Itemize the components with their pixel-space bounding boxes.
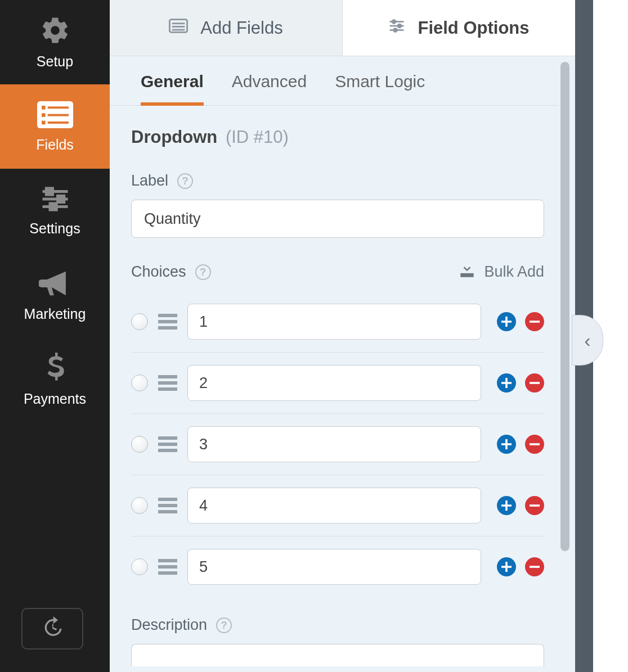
svg-rect-2 bbox=[47, 106, 68, 109]
choice-default-radio[interactable] bbox=[131, 436, 148, 453]
svg-rect-25 bbox=[530, 443, 540, 445]
choice-input[interactable] bbox=[187, 365, 481, 401]
description-input[interactable] bbox=[131, 644, 544, 666]
field-id: (ID #10) bbox=[226, 127, 289, 147]
choice-input[interactable] bbox=[187, 488, 481, 524]
sidebar-item-label: Marketing bbox=[24, 306, 86, 322]
remove-choice-button[interactable] bbox=[525, 435, 544, 454]
add-choice-button[interactable] bbox=[497, 557, 516, 576]
svg-rect-6 bbox=[47, 121, 68, 124]
scrollbar[interactable] bbox=[560, 62, 569, 551]
subtabs: General Advanced Smart Logic bbox=[110, 56, 558, 106]
sidebar-item-label: Settings bbox=[29, 220, 80, 237]
choice-row bbox=[131, 353, 544, 414]
tab-label: Field Options bbox=[418, 18, 529, 38]
choices-list bbox=[131, 291, 544, 597]
drag-handle-icon[interactable] bbox=[158, 436, 177, 452]
remove-choice-button[interactable] bbox=[525, 557, 544, 576]
field-panel: Dropdown (ID #10) Label ? Choices bbox=[110, 106, 575, 672]
label-input[interactable] bbox=[131, 200, 544, 238]
add-choice-button[interactable] bbox=[497, 435, 516, 454]
remove-choice-button[interactable] bbox=[525, 373, 544, 393]
choice-input[interactable] bbox=[187, 304, 481, 340]
sidebar-item-label: Setup bbox=[37, 53, 73, 70]
svg-rect-4 bbox=[47, 114, 68, 116]
svg-point-20 bbox=[398, 24, 401, 28]
tab-field-options[interactable]: Field Options bbox=[343, 0, 575, 56]
choice-row bbox=[131, 475, 544, 536]
gear-icon bbox=[40, 15, 70, 48]
remove-choice-button[interactable] bbox=[525, 312, 544, 331]
svg-point-18 bbox=[392, 20, 396, 23]
choice-default-radio[interactable] bbox=[131, 375, 148, 391]
sidebar-item-label: Payments bbox=[24, 391, 86, 407]
panel-title: Dropdown (ID #10) bbox=[131, 127, 544, 147]
main-panel: Add Fields Field Options General Advance… bbox=[110, 0, 628, 672]
svg-rect-27 bbox=[530, 566, 540, 568]
dollar-icon bbox=[46, 353, 65, 385]
svg-rect-26 bbox=[530, 504, 540, 507]
bulk-add-button[interactable]: Bulk Add bbox=[459, 263, 544, 281]
download-icon bbox=[459, 263, 475, 281]
add-choice-button[interactable] bbox=[497, 312, 516, 331]
svg-rect-1 bbox=[42, 106, 46, 110]
help-icon[interactable]: ? bbox=[177, 173, 193, 189]
description-heading: Description ? bbox=[131, 616, 232, 634]
subtab-smart-logic[interactable]: Smart Logic bbox=[335, 72, 425, 105]
subtab-general[interactable]: General bbox=[141, 72, 204, 106]
group-label: Label ? bbox=[131, 172, 544, 238]
tab-add-fields[interactable]: Add Fields bbox=[110, 0, 343, 56]
sidebar-item-fields[interactable]: Fields bbox=[0, 84, 110, 169]
help-icon[interactable]: ? bbox=[195, 264, 211, 280]
svg-rect-23 bbox=[530, 321, 540, 323]
label-heading: Label ? bbox=[131, 172, 193, 190]
bulk-add-label: Bulk Add bbox=[484, 263, 544, 281]
drag-handle-icon[interactable] bbox=[158, 375, 177, 391]
sidebar-item-payments[interactable]: Payments bbox=[0, 337, 110, 422]
svg-rect-24 bbox=[530, 382, 540, 384]
choice-input[interactable] bbox=[187, 426, 481, 462]
choice-input[interactable] bbox=[187, 549, 481, 585]
choice-row bbox=[131, 414, 544, 475]
sidebar-item-marketing[interactable]: Marketing bbox=[0, 253, 110, 337]
choices-heading: Choices ? bbox=[131, 263, 211, 281]
subtab-advanced[interactable]: Advanced bbox=[232, 72, 307, 105]
fields-list-icon bbox=[169, 18, 188, 38]
undo-history-icon bbox=[41, 616, 64, 641]
svg-rect-3 bbox=[42, 113, 46, 117]
remove-choice-button[interactable] bbox=[525, 496, 544, 515]
svg-rect-5 bbox=[42, 120, 46, 124]
svg-point-22 bbox=[394, 28, 397, 31]
sliders-icon bbox=[40, 186, 70, 215]
group-description: Description ? bbox=[131, 616, 544, 666]
add-choice-button[interactable] bbox=[497, 373, 516, 393]
help-icon[interactable]: ? bbox=[216, 617, 232, 633]
chevron-left-icon: ‹ bbox=[584, 330, 590, 351]
field-type: Dropdown bbox=[131, 127, 217, 147]
svg-rect-12 bbox=[50, 203, 56, 209]
content-wrap: General Advanced Smart Logic Dropdown (I… bbox=[110, 56, 575, 672]
sidebar-item-label: Fields bbox=[36, 137, 74, 153]
drag-handle-icon[interactable] bbox=[158, 314, 177, 330]
drag-handle-icon[interactable] bbox=[158, 498, 177, 513]
choice-default-radio[interactable] bbox=[131, 313, 148, 330]
svg-rect-8 bbox=[46, 188, 52, 194]
choice-default-radio[interactable] bbox=[131, 497, 148, 514]
choice-row bbox=[131, 536, 544, 597]
svg-rect-10 bbox=[57, 196, 64, 202]
sidebar-item-setup[interactable]: Setup bbox=[0, 0, 110, 84]
fields-icon bbox=[37, 101, 73, 131]
undo-button[interactable] bbox=[21, 608, 83, 650]
choice-default-radio[interactable] bbox=[131, 558, 148, 575]
top-tabbar: Add Fields Field Options bbox=[110, 0, 575, 56]
sidebar-item-settings[interactable]: Settings bbox=[0, 169, 110, 253]
megaphone-icon bbox=[39, 269, 71, 300]
options-sliders-icon bbox=[388, 18, 405, 38]
drag-handle-icon[interactable] bbox=[158, 559, 177, 575]
tab-label: Add Fields bbox=[200, 18, 282, 38]
group-choices: Choices ? Bulk Add bbox=[131, 263, 544, 597]
choice-row bbox=[131, 291, 544, 353]
sidebar: Setup Fields Settings Marketing Payments bbox=[0, 0, 110, 672]
add-choice-button[interactable] bbox=[497, 496, 516, 515]
